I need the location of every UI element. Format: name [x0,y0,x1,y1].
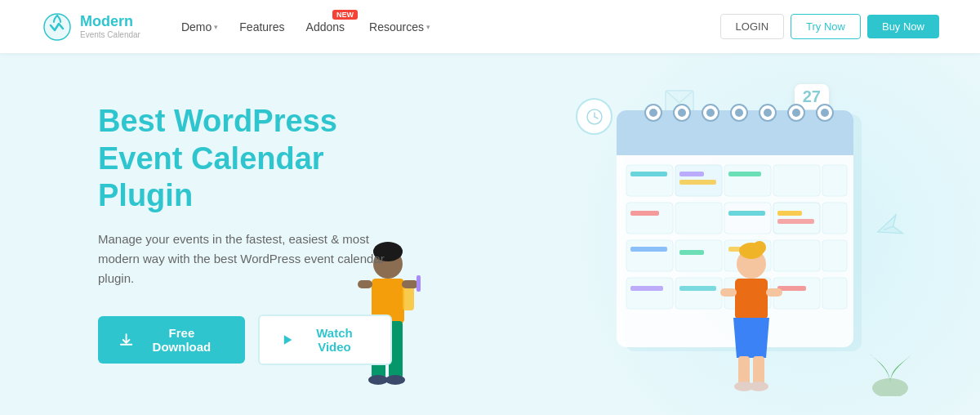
svg-rect-41 [626,240,673,271]
svg-rect-62 [402,280,418,288]
svg-rect-71 [735,279,768,319]
login-button[interactable]: LOGIN [720,14,784,39]
svg-rect-37 [630,211,659,216]
svg-rect-55 [679,286,716,291]
svg-rect-33 [675,203,722,234]
watch-video-button[interactable]: Watch Video [258,315,392,365]
hero-title: Best WordPress Event Calendar Plugin [98,103,392,215]
download-icon [119,332,133,347]
svg-point-16 [735,109,743,117]
svg-point-67 [385,375,405,385]
svg-point-22 [821,109,829,117]
svg-point-20 [792,109,800,117]
free-download-button[interactable]: Free Download [98,316,245,364]
svg-point-77 [749,382,768,391]
buy-now-button[interactable]: Buy Now [867,15,939,38]
nav-addons[interactable]: Addons New [298,0,356,53]
svg-rect-46 [630,247,667,252]
clock-decoration [576,98,612,135]
svg-rect-40 [777,219,814,224]
svg-rect-49 [626,278,673,309]
svg-rect-26 [773,165,820,196]
svg-rect-25 [724,165,771,196]
svg-point-66 [368,375,388,385]
svg-point-10 [649,109,657,117]
svg-point-12 [678,109,686,117]
svg-rect-27 [822,165,847,196]
nav-features[interactable]: Features [231,0,292,53]
play-icon [281,333,293,346]
svg-rect-28 [630,172,667,176]
svg-rect-73 [766,288,782,297]
brand-name: Modern [80,14,140,30]
svg-marker-79 [284,335,292,344]
svg-point-18 [764,109,772,117]
nav-resources[interactable]: Resources ▾ [361,0,439,53]
svg-rect-50 [675,278,722,309]
svg-rect-45 [822,240,847,271]
hero-subtitle: Manage your events in the fastest, easie… [98,230,392,288]
plant-decoration [858,323,923,407]
svg-rect-38 [728,211,765,216]
try-now-button[interactable]: Try Now [791,14,861,39]
hero-section: 27 [0,53,980,415]
svg-point-70 [753,241,766,254]
nav-demo[interactable]: Demo ▾ [173,0,226,53]
svg-rect-36 [822,203,847,234]
svg-rect-8 [617,135,853,155]
svg-rect-72 [720,288,737,297]
new-badge: New [332,10,358,20]
svg-rect-29 [679,172,704,176]
chevron-icon: ▾ [214,23,218,31]
svg-rect-31 [728,172,761,176]
svg-rect-39 [777,211,802,216]
logo-icon [41,11,74,43]
svg-rect-47 [679,250,704,255]
svg-rect-42 [675,240,722,271]
svg-line-2 [595,117,598,118]
logo[interactable]: Modern Events Calendar [41,11,140,43]
svg-rect-32 [626,203,673,234]
svg-rect-63 [416,275,421,292]
brand-sub: Events Calendar [80,30,140,39]
logo-text: Modern Events Calendar [80,14,140,39]
svg-rect-75 [753,356,764,385]
nav-right: LOGIN Try Now Buy Now [720,14,939,39]
hero-buttons: Free Download Watch Video [98,315,392,365]
svg-rect-34 [724,203,771,234]
person-right-illustration [719,239,792,403]
navbar: Modern Events Calendar Demo ▾ Features A… [0,0,980,53]
svg-rect-54 [630,286,663,291]
svg-rect-53 [822,278,847,309]
svg-rect-23 [626,165,673,196]
svg-rect-35 [773,203,820,234]
nav-links: Demo ▾ Features Addons New Resources ▾ [173,0,720,53]
chevron-icon: ▾ [426,23,430,31]
svg-rect-30 [679,180,716,185]
svg-point-78 [872,378,908,396]
hero-content: Best WordPress Event Calendar Plugin Man… [0,103,392,365]
svg-rect-74 [738,356,750,385]
svg-point-14 [706,109,715,117]
